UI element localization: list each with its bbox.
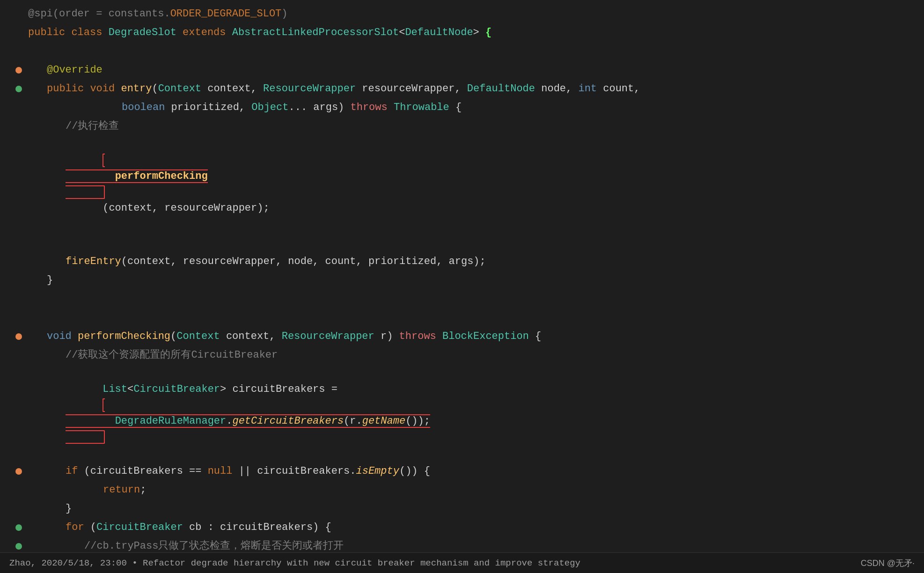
gutter-1	[0, 5, 26, 23]
status-bar-brand: CSDN @无矛·	[861, 558, 915, 569]
code-text: ());	[405, 415, 430, 427]
code-text: DegradeSlot	[109, 25, 183, 41]
code-text: || circuitBreakers.	[232, 463, 356, 479]
code-text: (context, resourceWrapper, node, count, …	[121, 254, 486, 270]
code-text: int	[578, 81, 597, 97]
code-line-17: if (circuitBreakers == null || circuitBr…	[0, 462, 924, 481]
status-bar-text: Zhao, 2020/5/18, 23:00 • Refactor degrad…	[9, 558, 580, 568]
code-line-12	[0, 290, 924, 309]
run-icon-2	[15, 524, 22, 531]
gutter-11	[0, 271, 26, 290]
code-text: .	[226, 415, 232, 427]
code-line-16: List<CircuitBreaker> circuitBreakers = D…	[0, 365, 924, 463]
breakpoint-icon-3	[15, 468, 22, 475]
code-text: {	[529, 329, 541, 345]
code-text: null	[208, 463, 233, 479]
code-text: CircuitBreaker	[133, 383, 220, 395]
code-text: performChecking	[115, 170, 208, 182]
code-text: //获取这个资源配置的所有CircuitBreaker	[66, 347, 278, 363]
breakpoint-icon	[15, 67, 22, 73]
gutter-10	[0, 252, 26, 271]
code-line-18: return;	[0, 481, 924, 500]
gutter-7	[0, 117, 26, 136]
code-text: context,	[220, 329, 282, 345]
code-text: Context	[176, 329, 220, 345]
gutter-17	[0, 462, 26, 481]
code-line-15: //获取这个资源配置的所有CircuitBreaker	[0, 346, 924, 365]
code-text: AbstractLinkedProcessorSlot	[232, 25, 399, 41]
gutter-19	[0, 500, 26, 518]
code-text: cb : circuitBreakers) {	[183, 520, 331, 536]
code-text: {	[485, 25, 491, 41]
code-text: Throwable	[394, 100, 449, 116]
code-text: <	[127, 383, 133, 395]
code-line-20: for (CircuitBreaker cb : circuitBreakers…	[0, 518, 924, 537]
code-text: getCircuitBreakers	[232, 415, 344, 427]
code-text	[388, 100, 394, 116]
code-text: }	[47, 272, 53, 288]
code-text: entry	[121, 81, 152, 97]
code-text: ()) {	[399, 463, 430, 479]
run-icon-3	[15, 543, 22, 550]
code-text: (	[90, 520, 96, 536]
code-text: boolean	[122, 100, 165, 116]
code-text: ResourceWrapper	[282, 329, 374, 345]
code-text: count,	[597, 81, 640, 97]
gutter-20	[0, 518, 26, 537]
code-text: isEmpty	[356, 463, 399, 479]
code-text: for	[66, 520, 90, 536]
code-line-21: //cb.tryPass只做了状态检查，熔断是否关闭或者打开	[0, 537, 924, 552]
code-text: BlockException	[442, 329, 529, 345]
code-text: )	[281, 6, 287, 22]
code-text: (	[170, 329, 176, 345]
code-text: ResourceWrapper	[263, 81, 356, 97]
gutter-16	[0, 365, 26, 463]
code-line-13	[0, 309, 924, 327]
code-text: public class	[28, 25, 109, 41]
code-text: //执行检查	[66, 118, 119, 134]
code-line-2: public class DegradeSlot extends Abstrac…	[0, 23, 924, 42]
code-text: List	[103, 383, 127, 395]
code-line-19: }	[0, 500, 924, 518]
breakpoint-icon-2	[15, 333, 22, 340]
code-text: r)	[374, 329, 399, 345]
code-text: getName	[362, 415, 405, 427]
code-line-9	[0, 234, 924, 252]
code-text: performChecking	[78, 329, 170, 345]
code-text: (circuitBreakers ==	[84, 463, 208, 479]
code-text: (	[152, 81, 158, 97]
gutter-5	[0, 80, 26, 98]
code-text: Object	[251, 100, 288, 116]
code-text: void	[47, 329, 78, 345]
code-text: prioritized,	[165, 100, 251, 116]
gutter-18	[0, 481, 26, 500]
throws-keyword: throws	[351, 100, 388, 116]
code-text: @spi(order = constants.	[28, 6, 170, 22]
code-text: public void	[47, 81, 121, 97]
code-line-3	[0, 42, 924, 61]
status-bar: Zhao, 2020/5/18, 23:00 • Refactor degrad…	[0, 552, 924, 573]
gutter-4	[0, 61, 26, 80]
code-text: @Override	[47, 62, 103, 78]
gutter-2	[0, 23, 26, 42]
code-text: ;	[140, 482, 146, 498]
code-line-4: @Override	[0, 61, 924, 80]
code-area: @spi(order = constants.ORDER_DEGRADE_SLO…	[0, 0, 924, 552]
code-text: DefaultNode	[467, 81, 535, 97]
gutter-8	[0, 136, 26, 234]
code-text: context,	[201, 81, 263, 97]
gutter-6	[0, 98, 26, 117]
highlighted-method-call: DegradeRuleManager.getCircuitBreakers(r.…	[66, 398, 430, 444]
code-text: //cb.tryPass只做了状态检查，熔断是否关闭或者打开	[84, 538, 344, 552]
code-text: DegradeRuleManager	[115, 415, 227, 427]
code-text: ... args)	[288, 100, 350, 116]
code-text: > circuitBreakers =	[220, 383, 344, 395]
code-text: fireEntry	[66, 254, 121, 270]
code-text: (r.	[344, 415, 362, 427]
code-text: >	[473, 25, 485, 41]
code-text: Context	[158, 81, 201, 97]
gutter-14	[0, 327, 26, 346]
throws-keyword-2: throws	[399, 329, 436, 345]
code-text: resourceWrapper,	[356, 81, 467, 97]
code-line-6: boolean prioritized, Object... args) thr…	[0, 98, 924, 117]
